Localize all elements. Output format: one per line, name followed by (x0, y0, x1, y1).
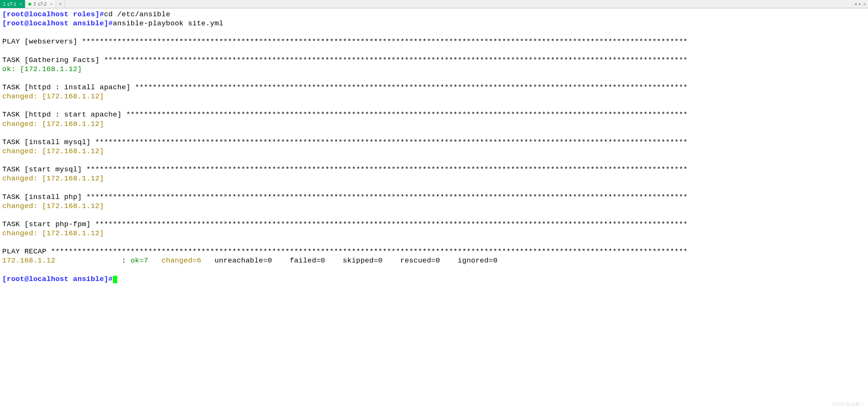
prompt-user-host: [root@localhost roles] (2, 10, 99, 19)
task-header: TASK [start php-fpm] *******************… (2, 220, 688, 228)
task-status-changed: changed: [172.168.1.12] (2, 120, 104, 128)
recap-changed: changed=6 (161, 256, 214, 265)
recap-rest: unreachable=0 failed=0 skipped=0 rescued… (215, 256, 498, 265)
task-header: TASK [install mysql] *******************… (2, 138, 688, 146)
play-header: PLAY [webservers] **********************… (2, 37, 688, 46)
prompt-user-host: [root@localhost ansible] (2, 19, 108, 28)
tab-number: 2 (33, 2, 36, 7)
close-icon[interactable]: × (20, 2, 22, 6)
tab-nav: ◂ ▸ ≡ (852, 2, 868, 6)
task-header: TASK [Gathering Facts] *****************… (2, 56, 688, 64)
recap-sep: : (55, 256, 130, 265)
prompt-hash: # (108, 275, 113, 283)
modified-dot-icon (28, 3, 31, 6)
task-header: TASK [install php] *********************… (2, 193, 688, 201)
recap-ok: ok=7 (130, 256, 161, 265)
tab-c7-1[interactable]: 1 c7-1 × (0, 0, 25, 8)
command-text: ansible-playbook site.yml (113, 19, 224, 28)
prompt-user-host: [root@localhost ansible] (2, 275, 108, 283)
task-status-changed: changed: [172.168.1.12] (2, 229, 104, 238)
command-text: cd /etc/ansible (104, 10, 170, 19)
tab-c7-2[interactable]: 2 c7-2 × (25, 0, 56, 8)
task-status-ok: ok: [172.168.1.12] (2, 65, 82, 73)
task-header: TASK [start mysql] *********************… (2, 165, 688, 174)
prompt-hash: # (108, 19, 113, 28)
terminal-output[interactable]: [root@localhost roles]#cd /etc/ansible [… (0, 8, 868, 285)
recap-header: PLAY RECAP *****************************… (2, 247, 688, 256)
task-status-changed: changed: [172.168.1.12] (2, 92, 104, 101)
task-status-changed: changed: [172.168.1.12] (2, 147, 104, 155)
task-header: TASK [httpd : start apache] ************… (2, 110, 688, 119)
task-status-changed: changed: [172.168.1.12] (2, 202, 104, 210)
close-icon[interactable]: × (50, 2, 53, 6)
tab-label: c7-1 (8, 2, 16, 7)
nav-menu-icon[interactable]: ≡ (863, 2, 866, 6)
tab-number: 1 (3, 2, 6, 7)
prompt-hash: # (99, 10, 104, 19)
recap-host: 172.168.1.12 (2, 256, 55, 265)
tab-label: c7-2 (38, 2, 46, 7)
cursor-icon (113, 276, 117, 283)
nav-left-icon[interactable]: ◂ (854, 2, 857, 6)
task-header: TASK [httpd : install apache] **********… (2, 83, 688, 92)
tab-bar: 1 c7-1 × 2 c7-2 × + ◂ ▸ ≡ (0, 0, 868, 8)
nav-right-icon[interactable]: ▸ (859, 2, 861, 6)
add-tab-button[interactable]: + (56, 0, 65, 8)
task-status-changed: changed: [172.168.1.12] (2, 174, 104, 183)
